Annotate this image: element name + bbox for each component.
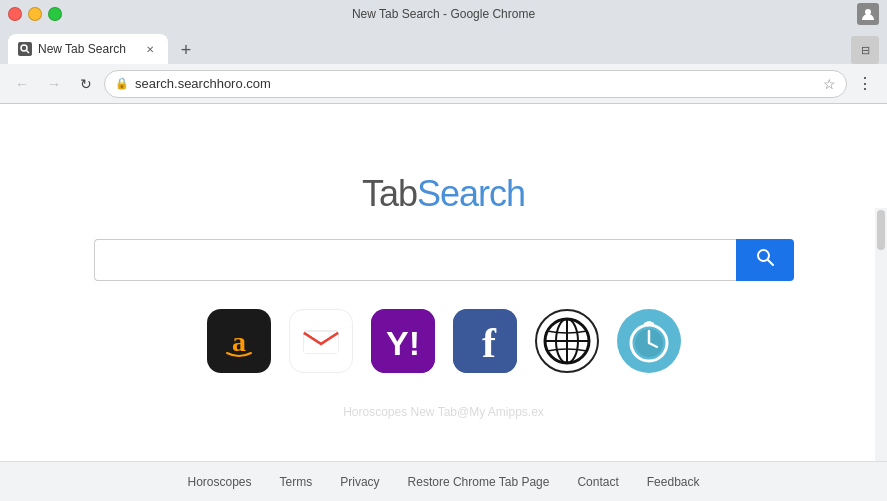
svg-line-2 [27,51,30,54]
tab-title: New Tab Search [38,42,136,56]
maximize-button[interactable] [48,7,62,21]
reload-button[interactable]: ↻ [72,70,100,98]
active-tab[interactable]: New Tab Search ✕ [8,34,168,64]
title-bar: New Tab Search - Google Chrome [0,0,887,28]
new-tab-button[interactable]: + [172,36,200,64]
forward-button[interactable]: → [40,70,68,98]
svg-point-1 [21,45,27,51]
shortcut-facebook[interactable]: f [453,309,517,373]
title-bar-right [857,3,879,25]
svg-text:a: a [232,326,246,357]
facebook-icon: f [453,309,517,373]
svg-text:Y!: Y! [386,324,420,362]
window-controls [8,7,62,21]
reload-icon: ↻ [80,76,92,92]
omnibox[interactable]: 🔒 search.searchhoro.com ☆ [104,70,847,98]
scrollbar-thumb[interactable] [877,210,885,250]
search-icon [755,247,775,272]
search-area: Tab Search [94,173,794,373]
menu-button[interactable]: ⋮ [851,70,879,98]
shortcut-gmail[interactable] [289,309,353,373]
logo-part2: Search [417,173,525,215]
search-box [94,239,794,281]
tab-restore-button[interactable]: ⊟ [851,36,879,64]
watermark: Horoscopes New Tab@My Amipps.ex [343,405,544,419]
footer-link-restore[interactable]: Restore Chrome Tab Page [408,475,550,489]
forward-icon: → [47,76,61,92]
bookmark-icon[interactable]: ☆ [823,76,836,92]
profile-icon[interactable] [857,3,879,25]
title-bar-left [8,7,62,21]
svg-text:f: f [482,320,497,366]
footer: Horoscopes Terms Privacy Restore Chrome … [0,461,887,501]
minimize-button[interactable] [28,7,42,21]
yahoo-icon: Y! [371,309,435,373]
shortcuts-row: a [207,309,681,373]
scrollbar[interactable] [875,208,887,461]
search-button[interactable] [736,239,794,281]
shortcut-globe[interactable] [535,309,599,373]
secure-icon: 🔒 [115,77,129,90]
logo-container: Tab Search [362,173,525,215]
footer-link-terms[interactable]: Terms [280,475,313,489]
svg-rect-22 [647,321,651,324]
tab-favicon [18,42,32,56]
svg-line-4 [767,260,773,266]
window-title: New Tab Search - Google Chrome [352,7,535,21]
globe-icon [541,315,593,367]
search-input[interactable] [94,239,736,281]
close-button[interactable] [8,7,22,21]
shortcut-yahoo[interactable]: Y! [371,309,435,373]
menu-dots-icon: ⋮ [857,74,873,93]
page-content: Tab Search [0,104,887,461]
shortcut-timer[interactable] [617,309,681,373]
back-button[interactable]: ← [8,70,36,98]
tab-close-button[interactable]: ✕ [142,41,158,57]
back-icon: ← [15,76,29,92]
address-bar: ← → ↻ 🔒 search.searchhoro.com ☆ ⋮ [0,64,887,104]
chrome-frame: New Tab Search - Google Chrome New Tab S… [0,0,887,501]
amazon-icon: a [217,319,261,363]
footer-link-horoscopes[interactable]: Horoscopes [188,475,252,489]
footer-link-contact[interactable]: Contact [577,475,618,489]
footer-link-privacy[interactable]: Privacy [340,475,379,489]
shortcut-amazon[interactable]: a [207,309,271,373]
gmail-icon [299,319,343,363]
search-logo: Tab Search [362,173,525,215]
logo-part1: Tab [362,173,417,215]
footer-link-feedback[interactable]: Feedback [647,475,700,489]
timer-icon [624,316,674,366]
tab-bar: New Tab Search ✕ + ⊟ [0,28,887,64]
url-display: search.searchhoro.com [135,76,817,91]
